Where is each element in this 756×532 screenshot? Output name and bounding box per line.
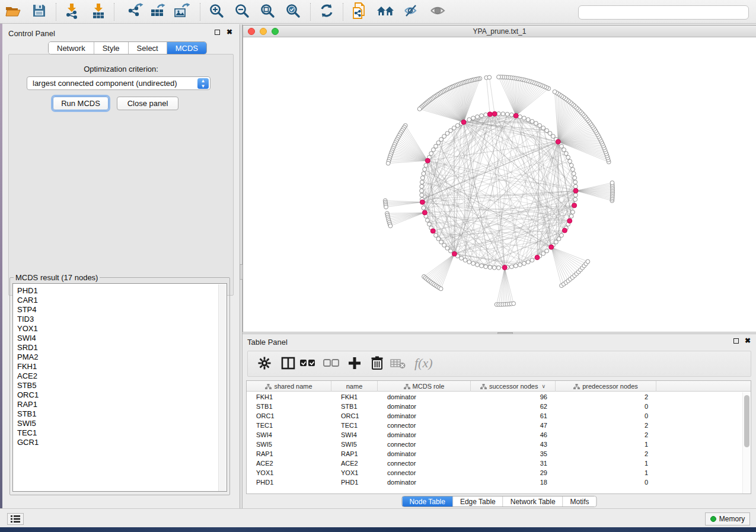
table-cell[interactable]: TEC1 <box>341 422 358 429</box>
mcds-result-item[interactable]: STB1 <box>17 409 39 419</box>
import-table-button[interactable] <box>88 2 109 21</box>
zoom-in-button[interactable] <box>206 2 227 21</box>
table-row[interactable]: FKH1FKH1dominator962 <box>247 392 751 402</box>
table-cell[interactable]: RAP1 <box>341 450 358 457</box>
mcds-result-item[interactable]: ORC1 <box>17 390 39 400</box>
memory-button[interactable]: Memory <box>705 512 750 525</box>
column-header-name[interactable]: name <box>331 381 378 392</box>
select-all-button[interactable] <box>299 356 317 373</box>
tab-network[interactable]: Network <box>49 42 94 54</box>
table-cell[interactable]: 0 <box>556 412 648 419</box>
tab-edge-table[interactable]: Edge Table <box>453 496 503 507</box>
optimization-criterion-dropdown[interactable]: largest connected component (undirected)… <box>27 76 210 90</box>
panel-menu-button[interactable] <box>7 513 24 525</box>
open-file-button[interactable] <box>3 2 23 21</box>
mcds-list-scrollbar[interactable] <box>218 284 226 492</box>
table-cell[interactable]: 2 <box>556 422 648 429</box>
mcds-result-item[interactable]: TEC1 <box>17 428 39 438</box>
table-row[interactable]: ACE2ACE2connector311 <box>247 459 751 468</box>
delete-columns-button[interactable] <box>368 356 386 373</box>
column-header-shared-name[interactable]: shared name <box>247 381 331 392</box>
table-cell[interactable]: connector <box>387 441 416 448</box>
table-cell[interactable]: dominator <box>387 393 416 400</box>
show-all-button[interactable] <box>428 2 448 21</box>
table-cell[interactable]: SWI4 <box>341 431 357 438</box>
save-session-button[interactable] <box>29 2 49 21</box>
mcds-result-item[interactable]: STB5 <box>17 381 39 390</box>
zoom-fit-button[interactable] <box>257 2 277 21</box>
table-cell[interactable]: SWI4 <box>256 431 272 438</box>
table-cell[interactable]: PHD1 <box>341 479 358 486</box>
table-cell[interactable]: FKH1 <box>341 393 358 400</box>
run-mcds-button[interactable]: Run MCDS <box>53 97 109 110</box>
table-cell[interactable]: 35 <box>471 450 547 457</box>
table-cell[interactable]: 29 <box>471 469 547 476</box>
table-cell[interactable]: TEC1 <box>256 422 273 429</box>
table-cell[interactable]: 0 <box>556 479 648 486</box>
table-cell[interactable]: 2 <box>556 431 648 438</box>
table-cell[interactable]: PHD1 <box>256 479 273 486</box>
close-window-icon[interactable]: ✖ <box>227 28 232 36</box>
deselect-all-button[interactable] <box>323 356 340 373</box>
table-row[interactable]: YOX1YOX1connector291 <box>247 468 751 477</box>
export-table-button[interactable] <box>148 2 168 21</box>
table-row[interactable]: STB1STB1dominator620 <box>247 402 751 411</box>
table-cell[interactable]: 47 <box>471 422 547 429</box>
table-cell[interactable]: dominator <box>387 479 416 486</box>
table-cell[interactable]: 62 <box>471 403 547 410</box>
mcds-result-item[interactable]: YOX1 <box>17 324 39 334</box>
table-row[interactable]: SWI4SWI4dominator462 <box>247 430 751 440</box>
new-column-button[interactable] <box>346 356 363 373</box>
import-network-button[interactable] <box>62 2 82 21</box>
table-cell[interactable]: RAP1 <box>256 450 273 457</box>
table-cell[interactable]: 2 <box>556 393 648 400</box>
table-cell[interactable]: ORC1 <box>256 412 275 419</box>
apply-preferred-layout-button[interactable] <box>317 2 337 21</box>
table-cell[interactable]: 43 <box>471 441 547 448</box>
table-cell[interactable]: connector <box>387 422 416 429</box>
mcds-result-item[interactable]: FKH1 <box>17 362 39 371</box>
mcds-result-item[interactable]: CAR1 <box>17 296 39 305</box>
table-cell[interactable]: 46 <box>471 431 547 438</box>
mcds-result-item[interactable]: GCR1 <box>17 438 39 447</box>
mcds-result-list[interactable]: PHD1CAR1STP4TID3YOX1SWI4SRD1PMA2FKH1ACE2… <box>12 283 227 492</box>
mcds-result-item[interactable]: SWI4 <box>17 334 39 343</box>
table-cell[interactable]: 1 <box>556 460 648 467</box>
mcds-result-item[interactable]: PHD1 <box>17 286 39 296</box>
table-cell[interactable]: SWI5 <box>256 441 272 448</box>
tab-node-table[interactable]: Node Table <box>402 496 453 507</box>
table-cell[interactable]: 96 <box>471 393 547 400</box>
mcds-result-item[interactable]: SRD1 <box>17 343 39 352</box>
new-network-from-selection-button[interactable] <box>349 2 369 21</box>
table-cell[interactable]: SWI5 <box>341 441 357 448</box>
mcds-result-item[interactable]: SWI5 <box>17 419 39 428</box>
table-cell[interactable]: ORC1 <box>341 412 359 419</box>
mcds-result-item[interactable]: PMA2 <box>17 352 39 362</box>
table-cell[interactable]: 1 <box>556 441 648 448</box>
table-cell[interactable]: YOX1 <box>341 469 358 476</box>
table-cell[interactable]: 1 <box>556 469 648 476</box>
table-cell[interactable]: 31 <box>471 460 547 467</box>
tab-mcds[interactable]: MCDS <box>167 42 206 54</box>
table-panel-close-icon[interactable]: ✖ <box>745 336 751 345</box>
network-window-titlebar[interactable]: YPA_prune.txt_1 <box>243 25 756 37</box>
table-cell[interactable]: 61 <box>471 412 547 419</box>
table-cell[interactable]: 2 <box>556 450 648 457</box>
table-cell[interactable]: 0 <box>556 403 648 410</box>
table-cell[interactable]: FKH1 <box>256 393 273 400</box>
table-cell[interactable]: connector <box>387 469 416 476</box>
column-header-predecessor-nodes[interactable]: predecessor nodes <box>556 381 656 392</box>
mcds-result-item[interactable]: RAP1 <box>17 400 39 409</box>
table-cell[interactable]: ACE2 <box>256 460 273 467</box>
table-cell[interactable]: 18 <box>471 479 547 486</box>
show-columns-button[interactable] <box>279 356 297 373</box>
tab-select[interactable]: Select <box>129 42 167 54</box>
table-cell[interactable]: YOX1 <box>256 469 273 476</box>
table-row[interactable]: SWI5SWI5connector431 <box>247 440 751 449</box>
table-cell[interactable]: dominator <box>387 450 416 457</box>
hide-selected-button[interactable] <box>401 2 422 21</box>
network-canvas[interactable] <box>243 37 756 332</box>
export-image-button[interactable] <box>171 2 192 21</box>
column-header-successor-nodes[interactable]: successor nodes∨ <box>471 381 556 392</box>
table-row[interactable]: ORC1ORC1dominator610 <box>247 411 751 421</box>
